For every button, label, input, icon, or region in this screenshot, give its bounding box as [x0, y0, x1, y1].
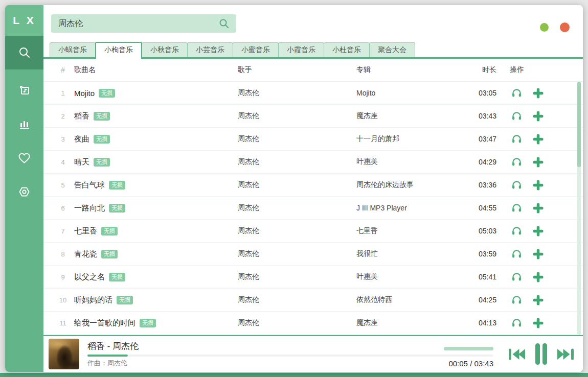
add-icon[interactable] — [533, 180, 544, 191]
listen-icon[interactable] — [511, 87, 523, 99]
table-row[interactable]: 9 以父之名 无损 周杰伦 叶惠美 05:41 — [43, 266, 583, 289]
table-row[interactable]: 5 告白气球 无损 周杰伦 周杰伦的床边故事 03:36 — [43, 174, 583, 197]
source-tab-7[interactable]: 聚合大会 — [369, 42, 415, 57]
add-icon[interactable] — [533, 111, 544, 122]
song-name: 给我一首歌的时间 无损 — [74, 318, 238, 328]
minimize-button[interactable] — [540, 23, 549, 32]
listen-icon[interactable] — [511, 133, 523, 145]
table-row[interactable]: 7 七里香 无损 周杰伦 七里香 05:03 — [43, 220, 583, 243]
source-tab-6[interactable]: 小杜音乐 — [324, 42, 370, 57]
sidebar-item-love[interactable] — [5, 141, 43, 175]
previous-button[interactable] — [508, 346, 526, 362]
add-icon[interactable] — [533, 226, 544, 237]
song-album: 魔杰座 — [356, 318, 475, 327]
add-icon[interactable] — [533, 203, 544, 214]
col-index: # — [52, 66, 74, 74]
add-icon[interactable] — [533, 157, 544, 168]
source-tab-2[interactable]: 小秋音乐 — [142, 42, 188, 57]
row-index: 7 — [52, 227, 74, 235]
source-tab-1[interactable]: 小枸音乐 — [95, 42, 142, 59]
table-row[interactable]: 8 青花瓷 无损 周杰伦 我很忙 03:59 — [43, 243, 583, 266]
volume-slider[interactable] — [444, 347, 493, 350]
source-tab-4[interactable]: 小蜜音乐 — [233, 42, 279, 57]
add-icon[interactable] — [533, 272, 544, 282]
song-actions — [496, 248, 568, 260]
lossless-badge: 无损 — [101, 227, 118, 235]
source-tab-5[interactable]: 小霞音乐 — [278, 42, 324, 57]
now-playing-title: 稻香 - 周杰伦 — [87, 340, 139, 352]
source-tab-bar: 小蜗音乐小枸音乐小秋音乐小芸音乐小蜜音乐小霞音乐小杜音乐聚合大会 — [43, 42, 583, 59]
song-actions — [496, 156, 568, 168]
table-row[interactable]: 11 给我一首歌的时间 无损 周杰伦 魔杰座 04:13 — [43, 312, 583, 335]
song-table: 1 Mojito 无损 周杰伦 Mojito 03:05 2 — [43, 82, 583, 335]
sidebar-item-setting[interactable] — [5, 175, 43, 208]
song-name: 七里香 无损 — [74, 226, 238, 236]
song-title: 晴天 — [74, 157, 89, 167]
gear-icon — [17, 185, 31, 198]
table-row[interactable]: 2 稻香 无损 周杰伦 魔杰座 03:43 — [43, 105, 583, 128]
close-button[interactable] — [560, 22, 570, 32]
progress-bar[interactable] — [87, 355, 493, 357]
sidebar-item-search[interactable] — [5, 36, 43, 69]
song-actions — [496, 294, 568, 305]
listen-icon[interactable] — [511, 156, 523, 168]
row-index: 4 — [52, 158, 74, 166]
song-title: 听妈妈的话 — [74, 295, 112, 305]
song-album: 七里香 — [356, 226, 475, 235]
song-title: 以父之名 — [74, 272, 105, 282]
add-icon[interactable] — [533, 88, 544, 99]
next-button[interactable] — [556, 346, 575, 362]
sidebar: L X — [5, 5, 43, 372]
time-label: 00:05 / 03:43 — [448, 359, 493, 368]
album-art[interactable] — [49, 339, 79, 369]
source-tab-3[interactable]: 小芸音乐 — [187, 42, 233, 57]
add-icon[interactable] — [533, 295, 544, 305]
sidebar-item-rank[interactable] — [5, 107, 43, 141]
listen-icon[interactable] — [511, 248, 523, 260]
listen-icon[interactable] — [511, 271, 523, 282]
row-index: 8 — [52, 250, 74, 258]
playback-controls — [508, 342, 575, 366]
add-icon[interactable] — [533, 249, 544, 260]
song-actions — [496, 87, 568, 99]
table-row[interactable]: 10 听妈妈的话 无损 周杰伦 依然范特西 04:25 — [43, 289, 583, 312]
song-artist: 周杰伦 — [238, 88, 356, 98]
song-album: J III MP3 Player — [356, 204, 475, 212]
song-artist: 周杰伦 — [238, 134, 356, 144]
listen-icon[interactable] — [511, 317, 523, 328]
search-input[interactable] — [51, 19, 218, 28]
song-duration: 05:41 — [475, 273, 496, 281]
table-row[interactable]: 6 一路向北 无损 周杰伦 J III MP3 Player 04:55 — [43, 197, 583, 220]
tab-label: 小枸音乐 — [104, 45, 133, 55]
listen-icon[interactable] — [511, 202, 523, 214]
lossless-badge: 无损 — [140, 319, 156, 327]
add-icon[interactable] — [533, 318, 544, 328]
listen-icon[interactable] — [511, 294, 523, 305]
col-duration: 时长 — [475, 65, 496, 75]
source-tab-0[interactable]: 小蜗音乐 — [50, 42, 96, 57]
table-row[interactable]: 3 夜曲 无损 周杰伦 十一月的萧邦 03:47 — [43, 128, 583, 151]
add-icon[interactable] — [533, 134, 544, 145]
table-row[interactable]: 1 Mojito 无损 周杰伦 Mojito 03:05 — [43, 82, 583, 105]
tab-label: 小霞音乐 — [287, 45, 315, 55]
song-title: 告白气球 — [74, 180, 105, 190]
song-actions — [496, 271, 568, 282]
scrollbar-track[interactable] — [577, 82, 581, 335]
col-album: 专辑 — [356, 65, 475, 75]
table-row[interactable]: 4 晴天 无损 周杰伦 叶惠美 04:29 — [43, 151, 583, 174]
lossless-badge: 无损 — [109, 181, 125, 190]
scrollbar-thumb[interactable] — [577, 82, 581, 167]
song-duration: 04:13 — [475, 319, 496, 327]
listen-icon[interactable] — [511, 110, 523, 122]
row-index: 11 — [52, 319, 74, 327]
progress-fill — [87, 355, 128, 357]
lossless-badge: 无损 — [109, 273, 125, 281]
main-area: 小蜗音乐小枸音乐小秋音乐小芸音乐小蜜音乐小霞音乐小杜音乐聚合大会 # 歌曲名 歌… — [43, 5, 583, 372]
playlist-icon — [18, 84, 31, 97]
listen-icon[interactable] — [511, 225, 523, 237]
search-submit-icon[interactable] — [218, 17, 230, 30]
now-playing-subtitle: 作曲：周杰伦 — [87, 359, 127, 368]
sidebar-item-songlist[interactable] — [5, 74, 43, 107]
pause-button[interactable] — [534, 342, 548, 366]
listen-icon[interactable] — [511, 179, 523, 191]
